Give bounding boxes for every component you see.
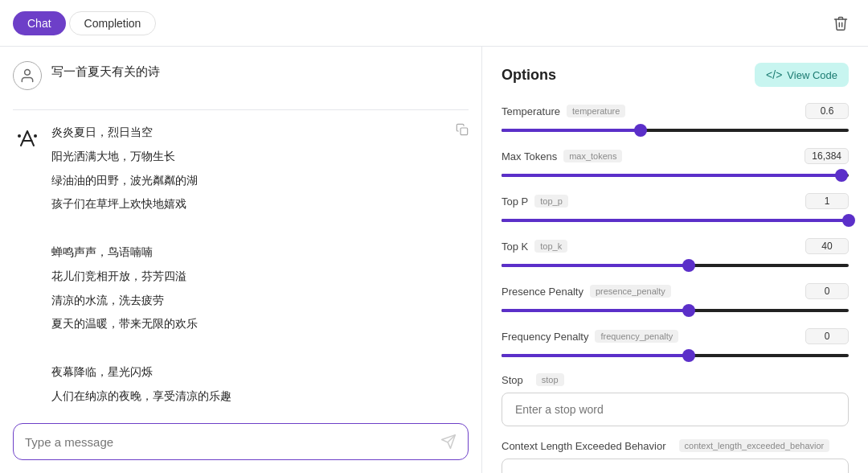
- chat-messages: 写一首夏天有关的诗 炎炎夏日，烈日当空 阳光洒满大地，万物生长: [0, 47, 481, 413]
- temperature-label-row: Temperature temperature 0.6: [502, 103, 849, 119]
- chat-input[interactable]: [25, 435, 440, 449]
- top-p-slider[interactable]: [502, 219, 849, 222]
- completion-tab[interactable]: Completion: [69, 11, 157, 35]
- top-p-label-left: Top P top_p: [502, 195, 568, 208]
- frequency-penalty-thumb[interactable]: [682, 349, 695, 362]
- temperature-tag: temperature: [567, 105, 625, 117]
- top-k-label: Top K: [502, 241, 528, 253]
- temperature-label: Temperature: [502, 105, 560, 117]
- presence-penalty-slider[interactable]: [502, 309, 849, 312]
- max-tokens-label-left: Max Tokens max_tokens: [502, 150, 622, 162]
- user-message: 写一首夏天有关的诗: [13, 60, 469, 90]
- top-p-label: Top P: [502, 195, 528, 208]
- send-button[interactable]: [440, 434, 457, 450]
- chat-input-area: [0, 413, 481, 473]
- temperature-label-left: Temperature temperature: [502, 105, 625, 117]
- max-tokens-tag: max_tokens: [563, 150, 622, 162]
- top-k-value: 40: [805, 238, 849, 254]
- temperature-fill: [502, 129, 641, 132]
- presence-penalty-value: 0: [805, 283, 849, 299]
- presence-penalty-tag: presence_penalty: [590, 285, 671, 298]
- frequency-penalty-value: 0: [805, 328, 849, 344]
- frequency-penalty-slider-container: [502, 349, 849, 362]
- max-tokens-label-row: Max Tokens max_tokens 16,384: [502, 148, 849, 164]
- stop-tag: stop: [536, 373, 564, 386]
- presence-penalty-slider-container: [502, 304, 849, 317]
- top-p-option: Top P top_p 1: [502, 193, 849, 227]
- main-layout: 写一首夏天有关的诗 炎炎夏日，烈日当空 阳光洒满大地，万物生长: [0, 47, 868, 473]
- trash-button[interactable]: [826, 12, 855, 35]
- max-tokens-label: Max Tokens: [502, 150, 557, 162]
- stop-label-row: Stop stop: [502, 373, 849, 386]
- max-tokens-value: 16,384: [805, 148, 849, 164]
- max-tokens-option: Max Tokens max_tokens 16,384: [502, 148, 849, 182]
- chevron-down-icon: ⌄: [825, 469, 835, 473]
- stop-input[interactable]: [502, 393, 849, 426]
- top-p-value: 1: [805, 193, 849, 209]
- tab-group: Chat Completion: [13, 11, 156, 35]
- temperature-value: 0.6: [805, 103, 849, 119]
- frequency-penalty-label: Frequency Penalty: [502, 331, 588, 343]
- top-p-tag: top_p: [534, 195, 568, 208]
- temperature-slider[interactable]: [502, 129, 849, 132]
- presence-penalty-thumb[interactable]: [682, 304, 695, 317]
- context-tag: context_length_exceeded_behavior: [679, 439, 830, 452]
- stop-option: Stop stop: [502, 373, 849, 426]
- options-panel: Options </> View Code Temperature temper…: [482, 47, 868, 473]
- header: Chat Completion: [0, 0, 868, 47]
- top-p-label-row: Top P top_p 1: [502, 193, 849, 209]
- presence-penalty-fill: [502, 309, 689, 312]
- max-tokens-thumb[interactable]: [835, 169, 848, 182]
- trash-icon: [833, 15, 849, 31]
- context-length-selected: None: [515, 471, 542, 474]
- frequency-penalty-slider[interactable]: [502, 354, 849, 357]
- code-icon: </>: [766, 68, 782, 81]
- top-k-slider[interactable]: [502, 264, 849, 267]
- copy-button[interactable]: [456, 123, 469, 139]
- top-k-fill: [502, 264, 689, 267]
- svg-point-1: [18, 134, 21, 138]
- send-icon: [440, 434, 457, 450]
- frequency-penalty-label-row: Frequency Penalty frequency_penalty 0: [502, 328, 849, 344]
- context-label: Context Length Exceeded Behavior: [502, 440, 666, 452]
- assistant-avatar: [13, 125, 42, 154]
- message-divider: [13, 109, 469, 110]
- svg-point-0: [25, 70, 31, 76]
- user-avatar: [13, 61, 42, 90]
- top-k-thumb[interactable]: [682, 259, 695, 272]
- context-length-option: Context Length Exceeded Behavior context…: [502, 439, 849, 473]
- context-length-dropdown[interactable]: None ⌄: [502, 459, 849, 473]
- max-tokens-slider-container: [502, 169, 849, 182]
- max-tokens-fill: [502, 174, 841, 177]
- top-p-thumb[interactable]: [842, 214, 855, 227]
- context-label-row: Context Length Exceeded Behavior context…: [502, 439, 849, 452]
- max-tokens-slider[interactable]: [502, 174, 849, 177]
- frequency-penalty-option: Frequency Penalty frequency_penalty 0: [502, 328, 849, 362]
- view-code-label: View Code: [787, 69, 837, 81]
- temperature-slider-container: [502, 124, 849, 137]
- chat-input-box: [13, 423, 469, 460]
- user-text: 写一首夏天有关的诗: [51, 60, 160, 80]
- frequency-penalty-tag: frequency_penalty: [595, 330, 678, 343]
- person-icon: [19, 68, 35, 84]
- top-k-label-row: Top K top_k 40: [502, 238, 849, 254]
- assistant-content: 炎炎夏日，烈日当空 阳光洒满大地，万物生长 绿油油的田野，波光粼粼的湖 孩子们在…: [51, 123, 469, 413]
- frequency-penalty-fill: [502, 354, 689, 357]
- svg-point-2: [34, 134, 37, 138]
- top-p-fill: [502, 219, 849, 222]
- top-k-tag: top_k: [534, 240, 567, 253]
- chat-panel: 写一首夏天有关的诗 炎炎夏日，烈日当空 阳光洒满大地，万物生长: [0, 47, 482, 473]
- temperature-thumb[interactable]: [634, 124, 647, 137]
- presence-penalty-option: Presence Penalty presence_penalty 0: [502, 283, 849, 317]
- assistant-icon: [14, 126, 40, 152]
- stop-label: Stop: [502, 374, 523, 386]
- top-p-slider-container: [502, 214, 849, 227]
- presence-penalty-label-left: Presence Penalty presence_penalty: [502, 285, 671, 298]
- chat-tab[interactable]: Chat: [13, 11, 66, 35]
- presence-penalty-label-row: Presence Penalty presence_penalty 0: [502, 283, 849, 299]
- view-code-button[interactable]: </> View Code: [755, 63, 849, 87]
- assistant-message: 炎炎夏日，烈日当空 阳光洒满大地，万物生长 绿油油的田野，波光粼粼的湖 孩子们在…: [13, 123, 469, 413]
- top-k-option: Top K top_k 40: [502, 238, 849, 272]
- options-header: Options </> View Code: [502, 63, 849, 87]
- frequency-penalty-label-left: Frequency Penalty frequency_penalty: [502, 330, 678, 343]
